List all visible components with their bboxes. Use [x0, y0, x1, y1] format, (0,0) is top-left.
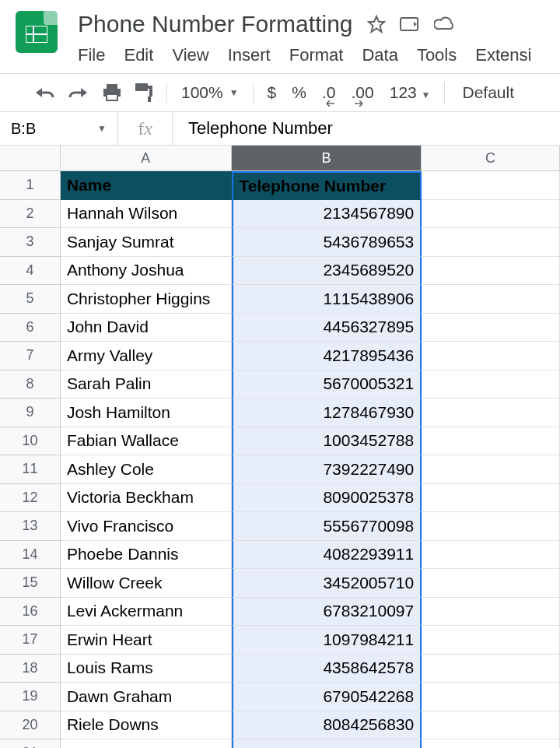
cell[interactable]: Josh Hamilton — [61, 399, 232, 427]
cell[interactable] — [422, 683, 560, 711]
cell[interactable] — [61, 739, 232, 748]
cell[interactable]: Name — [61, 171, 232, 200]
row-header[interactable]: 5 — [0, 285, 61, 314]
row-header[interactable]: 15 — [0, 569, 61, 598]
cell[interactable] — [422, 455, 560, 484]
undo-icon[interactable] — [34, 86, 54, 100]
column-header-B[interactable]: B — [232, 146, 422, 171]
cell[interactable]: 4217895436 — [232, 342, 422, 370]
row-header[interactable]: 18 — [0, 655, 61, 683]
cell[interactable]: 1278467930 — [232, 399, 422, 427]
cell[interactable] — [422, 739, 560, 748]
menu-insert[interactable]: Insert — [228, 45, 271, 65]
row-header[interactable]: 12 — [0, 484, 61, 513]
cell[interactable]: 1115438906 — [232, 285, 422, 314]
cell[interactable]: Sarah Palin — [61, 370, 232, 399]
row-header[interactable]: 20 — [0, 711, 61, 740]
cell[interactable]: Levi Ackermann — [61, 598, 232, 627]
cell[interactable] — [422, 399, 560, 427]
cell[interactable]: 6783210097 — [232, 598, 422, 627]
row-header[interactable]: 21 — [0, 739, 61, 748]
format-currency-button[interactable]: $ — [268, 83, 277, 102]
cell[interactable]: Riele Downs — [61, 711, 232, 740]
cell[interactable]: 4456327895 — [232, 314, 422, 342]
cell[interactable] — [422, 200, 560, 229]
cell[interactable] — [422, 314, 560, 342]
zoom-select[interactable]: 100% ▼ — [181, 83, 239, 102]
cell[interactable] — [422, 257, 560, 286]
cell[interactable]: 8090025378 — [232, 484, 422, 513]
cell[interactable] — [422, 569, 560, 598]
menu-file[interactable]: File — [78, 45, 105, 65]
cell[interactable] — [422, 541, 560, 570]
cell[interactable]: Ashley Cole — [61, 455, 232, 484]
cell[interactable] — [422, 228, 560, 257]
row-header[interactable]: 16 — [0, 598, 61, 627]
cell[interactable]: Fabian Wallace — [61, 427, 232, 456]
menu-edit[interactable]: Edit — [124, 45, 153, 65]
row-header[interactable]: 6 — [0, 314, 61, 342]
row-header[interactable]: 10 — [0, 427, 61, 456]
cell[interactable] — [422, 626, 560, 655]
cell[interactable]: Willow Creek — [61, 569, 232, 598]
redo-icon[interactable] — [68, 86, 89, 100]
cell[interactable]: Christopher Higgins — [61, 285, 232, 314]
cell[interactable] — [422, 342, 560, 370]
cell[interactable]: 5670005321 — [232, 370, 422, 399]
document-title[interactable]: Phone Number Formatting — [78, 11, 353, 37]
name-box[interactable]: B:B ▼ — [0, 112, 118, 145]
cell[interactable]: 3452005710 — [232, 569, 422, 598]
cell[interactable]: 5436789653 — [232, 228, 422, 257]
cell[interactable]: John David — [61, 314, 232, 342]
menu-tools[interactable]: Tools — [417, 45, 457, 65]
row-header[interactable]: 11 — [0, 455, 61, 484]
row-header[interactable]: 14 — [0, 541, 61, 570]
cell[interactable]: Telephone Number — [232, 171, 422, 200]
row-header[interactable]: 1 — [0, 171, 61, 200]
cell[interactable]: 7392227490 — [232, 455, 422, 484]
cell[interactable]: 2134567890 — [232, 200, 422, 229]
cell[interactable]: 1097984211 — [232, 626, 422, 655]
font-select[interactable]: Default — [462, 83, 514, 102]
spreadsheet-grid[interactable]: A B C 1 Name Telephone Number 2Hannah Wi… — [0, 146, 560, 748]
cell[interactable]: Dawn Graham — [61, 683, 232, 711]
move-icon[interactable] — [400, 15, 420, 33]
cell[interactable] — [422, 285, 560, 314]
row-header[interactable]: 3 — [0, 228, 61, 257]
cell[interactable]: 4082293911 — [232, 541, 422, 570]
row-header[interactable]: 17 — [0, 626, 61, 655]
cell[interactable] — [422, 655, 560, 683]
cell[interactable]: Anthony Joshua — [61, 257, 232, 286]
cell[interactable]: Victoria Beckham — [61, 484, 232, 513]
select-all-corner[interactable] — [0, 146, 61, 171]
cell[interactable]: Erwin Heart — [61, 626, 232, 655]
row-header[interactable]: 13 — [0, 512, 61, 541]
cloud-status-icon[interactable] — [434, 15, 456, 33]
decrease-decimal-button[interactable]: .0 — [322, 83, 336, 102]
cell[interactable]: 6790542268 — [232, 683, 422, 711]
cell[interactable] — [232, 739, 422, 748]
row-header[interactable]: 19 — [0, 683, 61, 711]
cell[interactable]: 1003452788 — [232, 427, 422, 456]
cell[interactable]: Sanjay Sumrat — [61, 228, 232, 257]
column-header-A[interactable]: A — [61, 146, 232, 171]
formula-input[interactable]: Telephone Number — [173, 118, 560, 139]
cell[interactable] — [422, 171, 560, 200]
menu-view[interactable]: View — [172, 45, 208, 65]
cell[interactable] — [422, 427, 560, 456]
cell[interactable] — [422, 711, 560, 740]
cell[interactable]: 2345689520 — [232, 257, 422, 286]
increase-decimal-button[interactable]: .00 — [352, 83, 374, 102]
cell[interactable] — [422, 512, 560, 541]
star-icon[interactable] — [367, 15, 386, 33]
cell[interactable]: Louis Rams — [61, 655, 232, 683]
sheets-logo-icon[interactable] — [16, 11, 58, 53]
row-header[interactable]: 4 — [0, 257, 61, 286]
cell[interactable]: 4358642578 — [232, 655, 422, 683]
cell[interactable]: Army Valley — [61, 342, 232, 370]
cell[interactable]: 5556770098 — [232, 512, 422, 541]
cell[interactable] — [422, 370, 560, 399]
cell[interactable] — [422, 598, 560, 627]
cell[interactable]: Phoebe Dannis — [61, 541, 232, 570]
menu-data[interactable]: Data — [362, 45, 397, 65]
